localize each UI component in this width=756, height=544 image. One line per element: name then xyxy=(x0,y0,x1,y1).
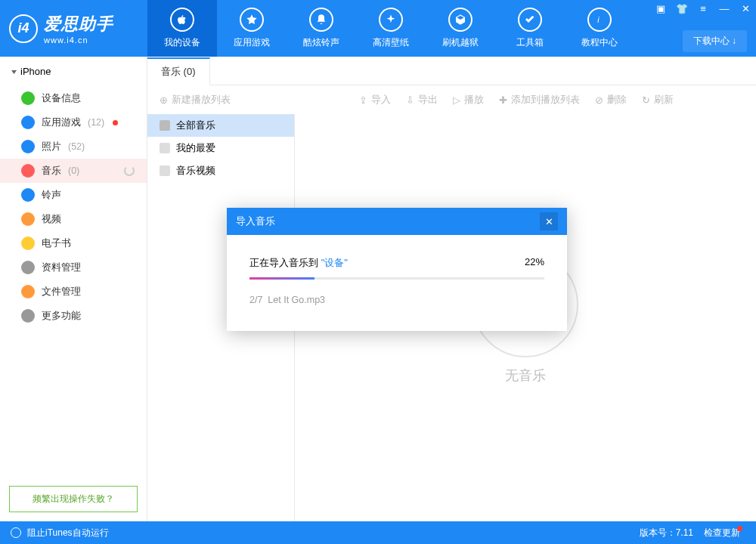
notification-dot xyxy=(113,120,118,125)
tab-music[interactable]: 音乐 (0) xyxy=(147,57,210,85)
check-update-button[interactable]: 检查更新 xyxy=(704,527,745,539)
chevron-down-icon: ▾ xyxy=(11,67,17,76)
sidebar-item-1[interactable]: 应用游戏(12) xyxy=(0,110,147,134)
import-icon: ⇪ xyxy=(359,94,367,106)
empty-label: 无音乐 xyxy=(505,366,546,385)
delete-button[interactable]: ⊘删除 xyxy=(595,94,627,107)
import-percent: 22% xyxy=(525,256,544,270)
sidebar-item-9[interactable]: 更多功能 xyxy=(0,304,147,328)
box-icon xyxy=(448,8,472,32)
sidebar-item-6[interactable]: 电子书 xyxy=(0,231,147,255)
device-header[interactable]: ▾ iPhone xyxy=(0,57,147,86)
menu-icon[interactable]: ≡ xyxy=(692,0,714,17)
nav-tools[interactable]: 工具箱 xyxy=(495,0,565,57)
refresh-icon: ↻ xyxy=(642,94,650,106)
skin-icon[interactable]: 👕 xyxy=(671,0,692,17)
import-file: 2/7 Let It Go.mp3 xyxy=(249,295,544,305)
sidebar-item-0[interactable]: 设备信息 xyxy=(0,86,147,110)
sidebar-icon xyxy=(21,309,35,323)
minimize-button[interactable]: — xyxy=(714,0,735,17)
main-content: 音乐 (0) ⊕新建播放列表 ⇪导入 ⇩导出 ▷播放 ✚添加到播放列表 ⊘删除 … xyxy=(147,57,756,521)
sidebar-icon xyxy=(21,188,35,202)
wrench-icon xyxy=(518,8,542,32)
sidebar-icon xyxy=(21,91,35,105)
import-status: 正在导入音乐到 "设备" xyxy=(249,256,348,270)
sidebar-item-8[interactable]: 文件管理 xyxy=(0,280,147,304)
import-button[interactable]: ⇪导入 xyxy=(359,94,391,107)
circle-icon xyxy=(11,527,21,538)
nav-apps[interactable]: 应用游戏 xyxy=(217,0,287,57)
add-to-playlist-button[interactable]: ✚添加到播放列表 xyxy=(499,94,580,107)
export-button[interactable]: ⇩导出 xyxy=(406,94,438,107)
window-controls: ▣ 👕 ≡ — ✕ xyxy=(650,0,756,17)
info-icon: i xyxy=(587,8,612,32)
note-icon xyxy=(160,165,170,176)
sparkle-icon xyxy=(379,8,403,32)
help-link[interactable]: 频繁出现操作失败？ xyxy=(9,486,138,512)
logo-url: www.i4.cn xyxy=(44,36,113,45)
play-button[interactable]: ▷播放 xyxy=(453,94,484,107)
cat-music-video[interactable]: 音乐视频 xyxy=(147,159,294,182)
logo-title: 爱思助手 xyxy=(44,13,113,36)
sidebar-item-3[interactable]: 音乐(0) xyxy=(0,159,147,183)
delete-icon: ⊘ xyxy=(595,94,603,106)
sidebar-item-5[interactable]: 视频 xyxy=(0,207,147,231)
nav-ringtones[interactable]: 酷炫铃声 xyxy=(287,0,356,57)
sidebar-item-2[interactable]: 照片(52) xyxy=(0,134,147,159)
main-nav: 我的设备 应用游戏 酷炫铃声 高清壁纸 刷机越狱 工具箱 i 教程中心 xyxy=(147,0,634,57)
bell-icon xyxy=(309,8,333,32)
appstore-icon xyxy=(240,8,264,32)
add-icon: ✚ xyxy=(499,94,507,106)
note-icon xyxy=(160,143,170,153)
itunes-block-toggle[interactable]: 阻止iTunes自动运行 xyxy=(11,527,109,539)
download-center-button[interactable]: 下载中心 ↓ xyxy=(683,30,747,52)
sidebar-icon xyxy=(21,236,35,250)
cat-all-music[interactable]: 全部音乐 xyxy=(147,114,294,137)
close-button[interactable]: ✕ xyxy=(735,0,756,17)
sidebar-icon xyxy=(21,261,35,274)
sidebar: ▾ iPhone 设备信息应用游戏(12)照片(52)音乐(0)铃声视频电子书资… xyxy=(0,57,147,521)
progress-bar xyxy=(249,277,544,280)
nav-tutorials[interactable]: i 教程中心 xyxy=(565,0,634,57)
toolbar: ⊕新建播放列表 ⇪导入 ⇩导出 ▷播放 ✚添加到播放列表 ⊘删除 ↻刷新 xyxy=(147,85,756,114)
sidebar-item-4[interactable]: 铃声 xyxy=(0,183,147,207)
refresh-button[interactable]: ↻刷新 xyxy=(642,94,674,107)
feedback-icon[interactable]: ▣ xyxy=(650,0,671,17)
sidebar-icon xyxy=(21,212,35,226)
nav-wallpaper[interactable]: 高清壁纸 xyxy=(356,0,426,57)
import-dialog: 导入音乐 ✕ 正在导入音乐到 "设备" 22% 2/7 Let It Go.mp… xyxy=(227,208,567,331)
svg-text:i: i xyxy=(597,15,600,24)
update-dot-icon xyxy=(737,526,742,531)
sidebar-icon xyxy=(21,116,35,129)
dialog-title: 导入音乐 xyxy=(236,215,275,228)
play-icon: ▷ xyxy=(453,94,460,106)
plus-icon: ⊕ xyxy=(160,94,168,106)
loading-spinner-icon xyxy=(124,165,135,176)
logo-badge: i4 xyxy=(9,14,38,43)
export-icon: ⇩ xyxy=(406,94,414,106)
nav-my-device[interactable]: 我的设备 xyxy=(147,0,217,57)
cat-favorites[interactable]: 我的最爱 xyxy=(147,137,294,159)
sidebar-item-7[interactable]: 资料管理 xyxy=(0,255,147,280)
music-icon xyxy=(160,120,170,131)
dialog-close-button[interactable]: ✕ xyxy=(540,212,558,230)
version-label: 版本号：7.11 xyxy=(640,527,693,539)
nav-flash[interactable]: 刷机越狱 xyxy=(426,0,495,57)
logo: i4 爱思助手 www.i4.cn xyxy=(0,0,147,57)
status-bar: 阻止iTunes自动运行 版本号：7.11 检查更新 xyxy=(0,521,756,544)
apple-icon xyxy=(170,8,194,32)
sidebar-icon xyxy=(21,140,35,153)
sidebar-icon xyxy=(21,285,35,298)
new-playlist-button[interactable]: ⊕新建播放列表 xyxy=(160,94,231,107)
app-header: i4 爱思助手 www.i4.cn 我的设备 应用游戏 酷炫铃声 高清壁纸 刷机… xyxy=(0,0,756,57)
sidebar-icon xyxy=(21,164,35,178)
tab-bar: 音乐 (0) xyxy=(147,57,756,85)
